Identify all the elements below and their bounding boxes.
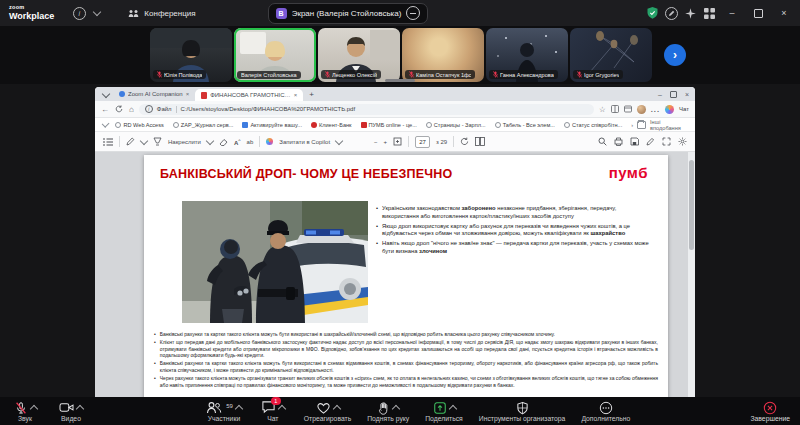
bookmark-item[interactable]: Страницы - Зарпл... <box>426 122 486 128</box>
browser-close-button[interactable]: × <box>685 91 689 98</box>
audio-button[interactable]: Звук <box>10 400 40 422</box>
video-tile[interactable]: Igor Grygoriev <box>570 28 652 82</box>
rotate-icon[interactable] <box>460 137 469 146</box>
text-select-icon[interactable]: ab <box>247 139 254 145</box>
raise-hand-options-chevron[interactable] <box>392 404 400 412</box>
pdf-scrollbar[interactable] <box>688 152 695 397</box>
fit-page-icon[interactable] <box>393 137 402 146</box>
apps-grid-icon[interactable] <box>703 7 716 20</box>
page-view-icon[interactable] <box>475 137 485 146</box>
edit-icon[interactable] <box>646 137 655 146</box>
video-tile[interactable]: Лещенко Олексій <box>318 28 400 82</box>
tab-meeting[interactable]: Конференция <box>128 9 195 18</box>
react-options-chevron[interactable] <box>332 404 340 412</box>
back-icon[interactable]: ← <box>101 105 109 114</box>
highlighter-icon[interactable] <box>153 137 162 146</box>
split-screen-icon[interactable] <box>611 105 619 113</box>
reload-icon[interactable] <box>115 105 123 113</box>
bookmark-item[interactable]: RD Web Access <box>115 122 163 128</box>
bullet-item: • Якщо дроп використовує картку або раху… <box>376 223 654 239</box>
close-tab-icon[interactable]: × <box>294 92 298 98</box>
fullscreen-icon[interactable] <box>662 137 671 146</box>
draw-chevron-icon[interactable] <box>206 136 214 144</box>
bookmark-item[interactable]: Активируйте вашу... <box>242 122 302 128</box>
print-icon[interactable] <box>614 137 623 146</box>
favorite-star-icon[interactable]: ☆ <box>599 105 606 114</box>
browser-minimize-button[interactable]: – <box>658 91 662 98</box>
browser-profile-avatar[interactable] <box>637 105 646 114</box>
url-field[interactable]: i Файл C:/Users/stoylova/Desktop/ФИНАНСО… <box>139 104 594 115</box>
browser-restore-button[interactable] <box>670 91 677 98</box>
annotate-pencil-icon[interactable] <box>665 7 678 20</box>
video-tile[interactable]: Каміла Остапчук 1фс <box>402 28 484 82</box>
browser-tab-active[interactable]: ФИНАНСОВА ГРАМОТНІСТЬ.pdf × <box>195 89 303 101</box>
restore-button[interactable] <box>748 4 768 22</box>
next-participants-button[interactable]: › <box>664 44 686 66</box>
end-meeting-button[interactable]: Завершение <box>750 400 790 422</box>
bookmark-item[interactable]: Статус співробітн... <box>564 122 622 128</box>
raise-hand-button[interactable]: Поднять руку <box>367 400 409 422</box>
page-number-input[interactable]: 27 <box>415 136 430 148</box>
browser-tab-inactive[interactable]: Zoom AI Companion × <box>113 87 195 101</box>
close-button[interactable]: × <box>774 4 794 22</box>
bookmarks-chevron-icon[interactable] <box>102 119 110 127</box>
bullet-item: •Через рахунки такого клієнта можуть орг… <box>154 375 658 388</box>
police-arrest-photo <box>182 201 368 323</box>
bookmark-item[interactable]: ПУМБ online - це... <box>361 122 417 128</box>
scrollbar-thumb[interactable] <box>689 160 694 250</box>
copilot-icon[interactable] <box>665 105 674 114</box>
zoom-workplace-logo: zoom Workplace <box>9 5 54 21</box>
video-options-chevron[interactable] <box>76 404 84 412</box>
close-tab-icon[interactable]: × <box>186 91 190 97</box>
pen-icon[interactable] <box>126 137 135 146</box>
zoom-in-button[interactable]: + <box>384 139 388 145</box>
other-bookmarks[interactable]: › Інші вподобання <box>631 119 687 131</box>
filmstrip-drag-handle[interactable] <box>385 79 415 82</box>
save-icon[interactable] <box>630 137 639 146</box>
pdf-viewer[interactable]: БАНКІВСЬКИЙ ДРОП- ЧОМУ ЦЕ НЕБЕЗПЕЧНО пум… <box>95 152 695 397</box>
participants-options-chevron[interactable] <box>235 404 243 412</box>
tab-search-icon[interactable] <box>102 90 110 98</box>
search-icon[interactable] <box>598 137 607 146</box>
participants-button[interactable]: 59 Участники <box>206 400 242 422</box>
minimize-button[interactable]: – <box>722 4 742 22</box>
eraser-icon[interactable] <box>219 138 228 146</box>
bookmark-item[interactable]: ZAP_Журнал серв... <box>173 122 234 128</box>
favorites-icon[interactable] <box>624 105 632 113</box>
ask-copilot-button[interactable]: Запитати в Copilot <box>279 139 330 145</box>
draw-label[interactable]: Накреслити <box>168 139 201 145</box>
settings-gear-icon[interactable] <box>678 137 687 146</box>
security-shield-icon[interactable] <box>646 6 659 20</box>
collapse-chevron-button[interactable] <box>88 4 106 22</box>
audio-options-chevron[interactable] <box>29 404 37 412</box>
file-info-icon[interactable]: i <box>145 105 153 113</box>
host-tools-button[interactable]: Инструменты организатора <box>479 400 566 422</box>
mic-muted-icon <box>14 401 28 415</box>
chat-button[interactable]: 1 Чат <box>258 400 288 422</box>
share-options-chevron[interactable] <box>448 404 456 412</box>
chat-options-chevron[interactable] <box>278 404 286 412</box>
pen-chevron-icon[interactable] <box>140 136 148 144</box>
browser-more-icon[interactable]: ... <box>651 105 660 114</box>
stop-share-icon[interactable] <box>406 6 420 20</box>
video-button[interactable]: Видео <box>56 400 86 422</box>
toc-icon[interactable] <box>103 138 113 146</box>
zoom-out-button[interactable]: − <box>374 139 378 145</box>
slide-key-points: • Українським законодавством заборонено … <box>376 205 654 258</box>
video-tile[interactable]: Валерія Стойловська <box>234 28 316 82</box>
video-tile[interactable]: Юлія Полівода <box>150 28 232 82</box>
more-button[interactable]: Дополнительно <box>581 400 630 422</box>
copilot-chevron-icon[interactable] <box>335 136 343 144</box>
bookmark-item[interactable]: Клиент-Банк <box>311 122 352 128</box>
bookmark-item[interactable]: Табель - Все элем... <box>495 122 555 128</box>
overflow-chevron-icon[interactable]: › <box>631 122 633 128</box>
tab-shared-screen[interactable]: В Экран (Валерія Стойловська) <box>268 3 429 24</box>
meeting-info-button[interactable]: i <box>70 4 88 22</box>
read-aloud-icon[interactable]: A^ <box>234 138 241 146</box>
react-button[interactable]: Отреагировать <box>304 400 351 422</box>
home-icon[interactable]: ⌂ <box>129 105 134 114</box>
new-tab-button[interactable]: + <box>309 90 314 99</box>
share-button[interactable]: Поделиться <box>425 400 463 422</box>
ai-companion-icon[interactable] <box>684 7 697 20</box>
video-tile[interactable]: Ганна Александрова <box>486 28 568 82</box>
